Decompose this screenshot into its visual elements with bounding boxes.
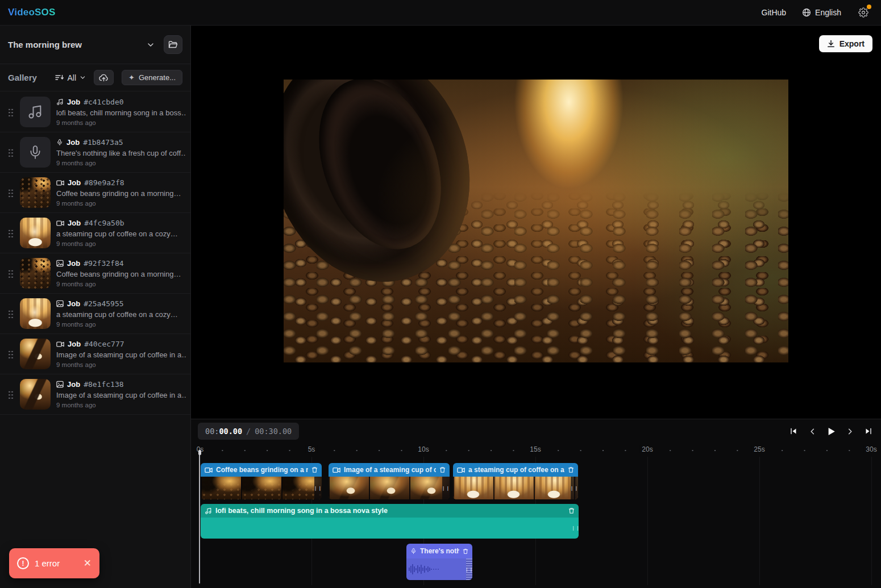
drag-handle-icon[interactable] bbox=[8, 229, 13, 237]
video-preview bbox=[284, 80, 788, 362]
clip-resize-handle[interactable]: ❘❘ bbox=[466, 558, 472, 580]
preview-light-glow bbox=[284, 80, 788, 362]
gallery-job-item[interactable]: Job #c41cbde0 lofi beats, chill morning … bbox=[0, 92, 190, 132]
drag-handle-icon[interactable] bbox=[8, 269, 13, 278]
gallery-job-item[interactable]: Job #89e9a2f8 Coffee beans grinding on a… bbox=[0, 173, 190, 213]
job-label: Job bbox=[68, 178, 81, 187]
delete-clip-button[interactable] bbox=[311, 466, 318, 473]
microphone-icon bbox=[410, 548, 417, 554]
drag-handle-icon[interactable] bbox=[8, 108, 13, 116]
gallery-job-item[interactable]: Job #92f32f84 Coffee beans grinding on a… bbox=[0, 253, 190, 294]
delete-clip-button[interactable] bbox=[463, 548, 468, 554]
job-thumbnail bbox=[20, 258, 51, 289]
image-icon bbox=[56, 300, 64, 307]
next-frame-button[interactable] bbox=[843, 424, 857, 438]
voice-clip[interactable]: There's nothing bbox=[406, 544, 472, 580]
drag-handle-icon[interactable] bbox=[8, 189, 13, 197]
job-description: Image of a steaming cup of coffee in a… bbox=[56, 351, 186, 359]
job-thumbnail bbox=[20, 218, 51, 248]
chevron-down-icon[interactable] bbox=[147, 41, 155, 49]
skip-to-end-button[interactable] bbox=[862, 424, 875, 438]
notification-dot bbox=[867, 5, 871, 9]
language-selector[interactable]: English bbox=[802, 8, 841, 17]
upload-button[interactable] bbox=[94, 70, 114, 85]
job-description: Image of a steaming cup of coffee in a… bbox=[56, 391, 186, 399]
microphone-icon bbox=[28, 145, 43, 160]
gallery-job-item[interactable]: Job #40cec777 Image of a steaming cup of… bbox=[0, 334, 190, 374]
app-root: VideoSOS GitHub English The morning brew bbox=[0, 0, 881, 588]
job-label: Job bbox=[67, 299, 80, 308]
gallery-filter-dropdown[interactable]: All bbox=[55, 73, 86, 82]
job-age: 9 months ago bbox=[56, 119, 186, 126]
gear-icon bbox=[858, 7, 868, 18]
export-button[interactable]: Export bbox=[819, 35, 872, 52]
clip-resize-handle[interactable]: ❘❘ bbox=[314, 477, 322, 499]
delete-clip-button[interactable] bbox=[439, 466, 446, 473]
trash-icon bbox=[568, 466, 574, 473]
job-thumbnail bbox=[20, 298, 51, 329]
drag-handle-icon[interactable] bbox=[8, 350, 13, 358]
music-note-icon bbox=[27, 104, 43, 120]
video-camera-icon bbox=[333, 467, 340, 473]
job-id: #c41cbde0 bbox=[84, 98, 123, 106]
ruler-label: 30s bbox=[863, 445, 879, 453]
previous-frame-button[interactable] bbox=[805, 424, 819, 438]
job-description: lofi beats, chill morning song in a boss… bbox=[56, 109, 186, 117]
video-camera-icon bbox=[56, 180, 64, 186]
gallery-job-item[interactable]: Job #25a45955 a steaming cup of coffee o… bbox=[0, 294, 190, 334]
main-area: Export 00:00.00/00:30.00 bbox=[191, 26, 881, 588]
job-age: 9 months ago bbox=[56, 281, 186, 287]
gallery-job-item[interactable]: Job #8e1fc138 Image of a steaming cup of… bbox=[0, 374, 190, 415]
video-clip[interactable]: a steaming cup of coffee on a cozy ❘❘ bbox=[453, 463, 578, 499]
video-camera-icon bbox=[56, 220, 64, 227]
close-toast-button[interactable]: ✕ bbox=[84, 558, 92, 568]
drag-handle-icon[interactable] bbox=[8, 310, 13, 318]
timeline-ruler[interactable]: 0s 5s 10s 15s 20s 25s 30s bbox=[191, 444, 881, 457]
drag-handle-icon[interactable] bbox=[8, 390, 13, 399]
sidebar: The morning brew Gallery All bbox=[0, 26, 191, 588]
generate-button[interactable]: ✦ Generate... bbox=[122, 70, 182, 85]
gallery-job-item[interactable]: Job #4fc9a50b a steaming cup of coffee o… bbox=[0, 213, 190, 253]
clip-resize-handle[interactable]: ❘❘ bbox=[442, 477, 450, 499]
music-clip[interactable]: lofi beats, chill morning song in a boss… bbox=[201, 504, 579, 539]
job-id: #89e9a2f8 bbox=[84, 178, 124, 187]
delete-clip-button[interactable] bbox=[568, 507, 575, 514]
job-label: Job bbox=[67, 380, 80, 389]
job-description: There's nothing like a fresh cup of coff… bbox=[56, 149, 186, 157]
open-project-button[interactable] bbox=[164, 35, 182, 54]
image-icon bbox=[56, 260, 64, 267]
app-logo[interactable]: VideoSOS bbox=[8, 7, 56, 18]
clip-filmstrip bbox=[329, 477, 450, 499]
trash-icon bbox=[439, 466, 446, 473]
clip-label: Coffee beans grinding on a morning bbox=[216, 466, 308, 474]
project-selector[interactable]: The morning brew bbox=[8, 40, 147, 49]
job-label: Job bbox=[67, 138, 80, 147]
drag-handle-icon[interactable] bbox=[8, 148, 13, 157]
image-icon bbox=[56, 381, 64, 388]
play-button[interactable] bbox=[824, 424, 838, 438]
ruler-label: 15s bbox=[527, 445, 543, 453]
clip-label: Image of a steaming cup of coffee in a bbox=[344, 466, 436, 474]
delete-clip-button[interactable] bbox=[568, 466, 574, 473]
gallery-job-item[interactable]: Job #1b8473a5 There's nothing like a fre… bbox=[0, 132, 190, 173]
trash-icon bbox=[463, 548, 468, 554]
settings-button[interactable] bbox=[857, 6, 870, 19]
video-clip[interactable]: Image of a steaming cup of coffee in a ❘… bbox=[329, 463, 450, 499]
video-clip[interactable]: Coffee beans grinding on a morning ❘❘ bbox=[201, 463, 322, 499]
music-note-icon bbox=[56, 98, 64, 106]
current-time-seconds: 00.00 bbox=[219, 427, 242, 436]
filter-value: All bbox=[67, 73, 76, 82]
clip-label: There's nothing bbox=[420, 547, 459, 555]
trash-icon bbox=[568, 507, 575, 514]
job-thumbnail bbox=[20, 97, 51, 127]
filter-icon bbox=[55, 74, 64, 81]
playhead[interactable] bbox=[199, 451, 200, 583]
skip-to-start-button[interactable] bbox=[787, 424, 800, 438]
job-thumbnail bbox=[20, 379, 51, 410]
job-thumbnail bbox=[20, 339, 51, 369]
clip-resize-handle[interactable]: ❘❘ bbox=[571, 477, 578, 499]
sparkles-icon: ✦ bbox=[128, 74, 135, 81]
github-link[interactable]: GitHub bbox=[762, 8, 787, 17]
ruler-label: 20s bbox=[639, 445, 655, 453]
clip-resize-handle[interactable]: ❘❘ bbox=[573, 518, 579, 539]
